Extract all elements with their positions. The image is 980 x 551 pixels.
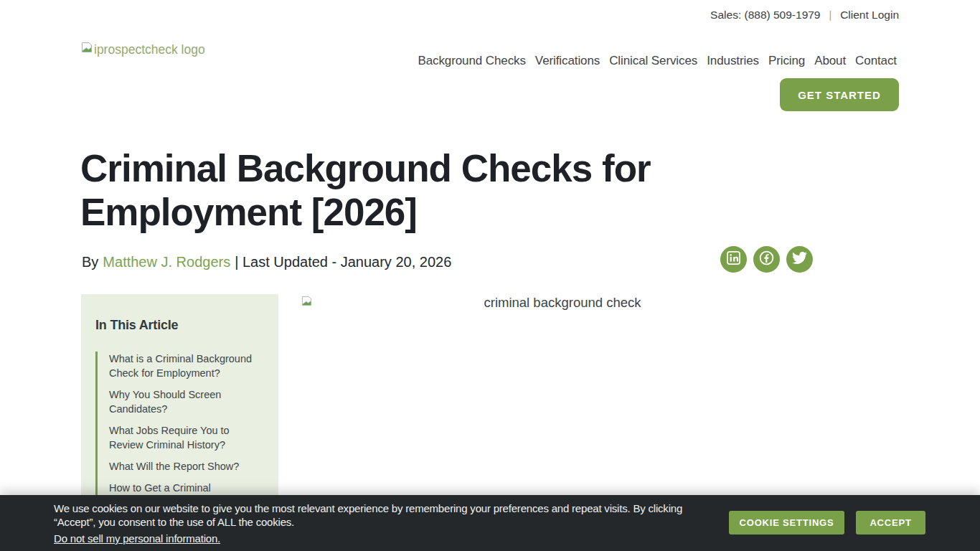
hero-image-broken: criminal background check bbox=[301, 294, 824, 481]
byline-prefix: By bbox=[82, 254, 98, 270]
nav-item-background-checks[interactable]: Background Checks bbox=[418, 54, 525, 68]
sales-phone-link[interactable]: Sales: (888) 509-1979 bbox=[710, 9, 820, 22]
facebook-icon bbox=[758, 250, 775, 269]
page-title: Criminal Background Checks for Employmen… bbox=[80, 146, 798, 234]
main-nav: Background Checks Verifications Clinical… bbox=[418, 54, 897, 68]
toc-link-what-is[interactable]: What is a Criminal Background Check for … bbox=[109, 352, 261, 380]
client-login-link[interactable]: Client Login bbox=[840, 9, 899, 22]
toc-item: How to Get a Criminal bbox=[109, 481, 261, 495]
twitter-icon bbox=[792, 250, 807, 268]
do-not-sell-link[interactable]: Do not sell my personal information. bbox=[54, 532, 220, 545]
toc-link-why-screen[interactable]: Why You Should Screen Candidates? bbox=[109, 387, 261, 416]
toc-item: What Jobs Require You to Review Criminal… bbox=[109, 423, 261, 452]
logo-alt-text: iprospectcheck logo bbox=[94, 42, 205, 57]
nav-item-industries[interactable]: Industries bbox=[707, 54, 759, 68]
byline: By Matthew J. Rodgers | Last Updated - J… bbox=[82, 254, 451, 270]
broken-image-icon bbox=[301, 296, 312, 309]
cookie-settings-button[interactable]: COOKIE SETTINGS bbox=[729, 511, 844, 534]
toc-item: Why You Should Screen Candidates? bbox=[109, 387, 261, 416]
cookie-message: We use cookies on our website to give yo… bbox=[54, 501, 688, 529]
topbar-divider: | bbox=[829, 9, 832, 21]
facebook-share-button[interactable] bbox=[753, 246, 780, 273]
cookie-text: We use cookies on our website to give yo… bbox=[54, 501, 688, 545]
accept-button[interactable]: ACCEPT bbox=[856, 511, 925, 534]
byline-date: | Last Updated - January 20, 2026 bbox=[235, 254, 451, 270]
toc-list: What is a Criminal Background Check for … bbox=[95, 352, 261, 495]
broken-image-icon bbox=[81, 42, 93, 56]
nav-item-pricing[interactable]: Pricing bbox=[768, 54, 805, 68]
toc-link-report-show[interactable]: What Will the Report Show? bbox=[109, 459, 239, 474]
toc-link-how-to-get[interactable]: How to Get a Criminal bbox=[109, 481, 211, 495]
nav-item-contact[interactable]: Contact bbox=[855, 54, 897, 68]
page: Sales: (888) 509-1979 | Client Login ipr… bbox=[0, 0, 980, 551]
toc-item: What is a Criminal Background Check for … bbox=[109, 352, 261, 380]
toc-item: What Will the Report Show? bbox=[109, 459, 261, 474]
topbar: Sales: (888) 509-1979 | Client Login bbox=[710, 9, 899, 22]
hero-image-alt-text: criminal background check bbox=[484, 295, 641, 310]
nav-item-verifications[interactable]: Verifications bbox=[535, 54, 600, 68]
toc-link-what-jobs[interactable]: What Jobs Require You to Review Criminal… bbox=[109, 423, 261, 452]
nav-item-about[interactable]: About bbox=[814, 54, 846, 68]
cookie-buttons: COOKIE SETTINGS ACCEPT bbox=[729, 511, 925, 534]
twitter-share-button[interactable] bbox=[786, 246, 813, 273]
linkedin-share-button[interactable] bbox=[720, 246, 747, 273]
get-started-button[interactable]: GET STARTED bbox=[780, 78, 899, 111]
nav-item-clinical-services[interactable]: Clinical Services bbox=[609, 54, 697, 68]
cookie-banner: We use cookies on our website to give yo… bbox=[0, 495, 980, 551]
author-link[interactable]: Matthew J. Rodgers bbox=[103, 254, 230, 270]
logo[interactable]: iprospectcheck logo bbox=[81, 42, 205, 57]
toc-title: In This Article bbox=[95, 318, 261, 333]
linkedin-icon bbox=[726, 250, 741, 268]
social-share-row bbox=[720, 246, 813, 273]
